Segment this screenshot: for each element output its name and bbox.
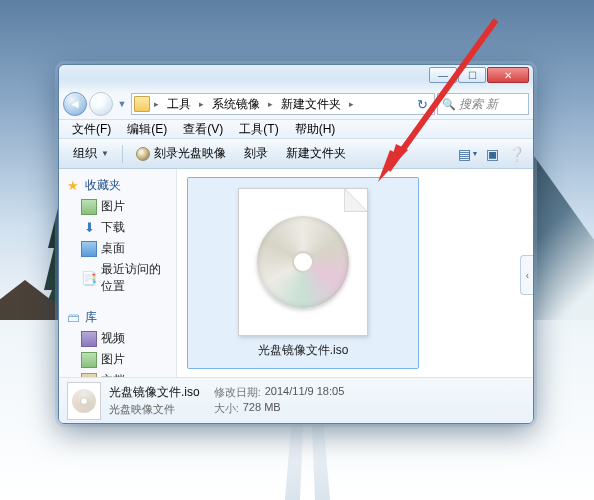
crumb-sep-icon: ▸ <box>199 99 204 109</box>
star-icon: ★ <box>65 178 81 194</box>
sidebar-item-pictures[interactable]: 图片 <box>61 196 174 217</box>
disc-icon <box>257 216 349 308</box>
back-button[interactable]: ◄ <box>63 92 87 116</box>
burn-image-label: 刻录光盘映像 <box>154 145 226 162</box>
disc-icon <box>72 389 96 413</box>
nav-bar: ◄ ► ▼ ▸ 工具 ▸ 系统镜像 ▸ 新建文件夹 ▸ ↻ 🔍 搜索 新 <box>59 89 533 119</box>
details-pane: 光盘镜像文件.iso 光盘映像文件 修改日期:2014/11/9 18:05 大… <box>59 377 533 423</box>
folder-icon <box>134 96 150 112</box>
toolbar-separator <box>122 145 123 163</box>
sidebar-item-downloads[interactable]: ⬇下载 <box>61 217 174 238</box>
sidebar-item-label: 最近访问的位置 <box>101 261 170 295</box>
help-button[interactable]: ❔ <box>505 143 527 165</box>
menu-bar: 文件(F) 编辑(E) 查看(V) 工具(T) 帮助(H) <box>59 119 533 139</box>
sidebar-item-label: 桌面 <box>101 240 125 257</box>
disc-icon <box>136 147 150 161</box>
sidebar-item-documents[interactable]: 文档 <box>61 370 174 377</box>
details-filename: 光盘镜像文件.iso <box>109 384 200 401</box>
sidebar-item-label: 图片 <box>101 198 125 215</box>
nav-history-dropdown[interactable]: ▼ <box>115 99 129 109</box>
search-placeholder: 搜索 新 <box>459 96 498 113</box>
sidebar-libraries-header[interactable]: 🗃 库 <box>61 307 174 328</box>
download-icon: ⬇ <box>81 220 97 236</box>
sidebar-favorites-header[interactable]: ★ 收藏夹 <box>61 175 174 196</box>
chevron-down-icon: ▼ <box>101 149 109 158</box>
organize-label: 组织 <box>73 145 97 162</box>
burn-button[interactable]: 刻录 <box>236 142 276 165</box>
view-options-button[interactable]: ▤▼ <box>457 143 479 165</box>
file-list-pane[interactable]: 光盘镜像文件.iso ‹ <box>177 169 533 377</box>
pictures-icon <box>81 199 97 215</box>
refresh-button[interactable]: ↻ <box>412 97 432 112</box>
organize-button[interactable]: 组织 ▼ <box>65 142 117 165</box>
navigation-pane: ★ 收藏夹 图片 ⬇下载 桌面 📑最近访问的位置 🗃 库 视频 图片 文档 ☄迅… <box>59 169 177 377</box>
titlebar[interactable]: — ☐ ✕ <box>59 65 533 89</box>
preview-expand-handle[interactable]: ‹ <box>520 255 533 295</box>
details-size-value: 728 MB <box>243 401 281 416</box>
file-thumbnail <box>238 188 368 336</box>
sidebar-item-videos[interactable]: 视频 <box>61 328 174 349</box>
video-icon <box>81 331 97 347</box>
details-date-label: 修改日期: <box>214 385 261 400</box>
pictures-icon <box>81 352 97 368</box>
sidebar-item-recent[interactable]: 📑最近访问的位置 <box>61 259 174 297</box>
crumb-sep-icon: ▸ <box>154 99 159 109</box>
address-bar[interactable]: ▸ 工具 ▸ 系统镜像 ▸ 新建文件夹 ▸ ↻ <box>131 93 435 115</box>
burn-image-button[interactable]: 刻录光盘映像 <box>128 142 234 165</box>
details-size-label: 大小: <box>214 401 239 416</box>
library-icon: 🗃 <box>65 310 81 326</box>
search-icon: 🔍 <box>442 98 456 111</box>
maximize-button[interactable]: ☐ <box>458 67 486 83</box>
file-item-iso[interactable]: 光盘镜像文件.iso <box>187 177 419 369</box>
menu-file[interactable]: 文件(F) <box>65 120 118 139</box>
crumb-sep-icon: ▸ <box>268 99 273 109</box>
file-name-label: 光盘镜像文件.iso <box>258 342 349 359</box>
preview-pane-button[interactable]: ▣ <box>481 143 503 165</box>
menu-edit[interactable]: 编辑(E) <box>120 120 174 139</box>
new-folder-button[interactable]: 新建文件夹 <box>278 142 354 165</box>
crumb-sep-icon: ▸ <box>349 99 354 109</box>
breadcrumb-tools[interactable]: 工具 <box>163 96 195 113</box>
favorites-label: 收藏夹 <box>85 177 121 194</box>
menu-help[interactable]: 帮助(H) <box>288 120 343 139</box>
details-filetype: 光盘映像文件 <box>109 402 200 417</box>
breadcrumb-newfolder[interactable]: 新建文件夹 <box>277 96 345 113</box>
details-thumbnail <box>67 382 101 420</box>
sidebar-item-lib-pictures[interactable]: 图片 <box>61 349 174 370</box>
menu-view[interactable]: 查看(V) <box>176 120 230 139</box>
sidebar-item-desktop[interactable]: 桌面 <box>61 238 174 259</box>
forward-button[interactable]: ► <box>89 92 113 116</box>
menu-tools[interactable]: 工具(T) <box>232 120 285 139</box>
explorer-window: — ☐ ✕ ◄ ► ▼ ▸ 工具 ▸ 系统镜像 ▸ 新建文件夹 ▸ ↻ 🔍 搜索… <box>58 64 534 424</box>
breadcrumb-sysimage[interactable]: 系统镜像 <box>208 96 264 113</box>
libraries-label: 库 <box>85 309 97 326</box>
sidebar-item-label: 图片 <box>101 351 125 368</box>
explorer-body: ★ 收藏夹 图片 ⬇下载 桌面 📑最近访问的位置 🗃 库 视频 图片 文档 ☄迅… <box>59 169 533 377</box>
details-date-value: 2014/11/9 18:05 <box>265 385 345 400</box>
recent-icon: 📑 <box>81 270 97 286</box>
toolbar: 组织 ▼ 刻录光盘映像 刻录 新建文件夹 ▤▼ ▣ ❔ <box>59 139 533 169</box>
desktop-icon <box>81 241 97 257</box>
close-button[interactable]: ✕ <box>487 67 529 83</box>
sidebar-item-label: 下载 <box>101 219 125 236</box>
search-input[interactable]: 🔍 搜索 新 <box>437 93 529 115</box>
sidebar-item-label: 视频 <box>101 330 125 347</box>
minimize-button[interactable]: — <box>429 67 457 83</box>
